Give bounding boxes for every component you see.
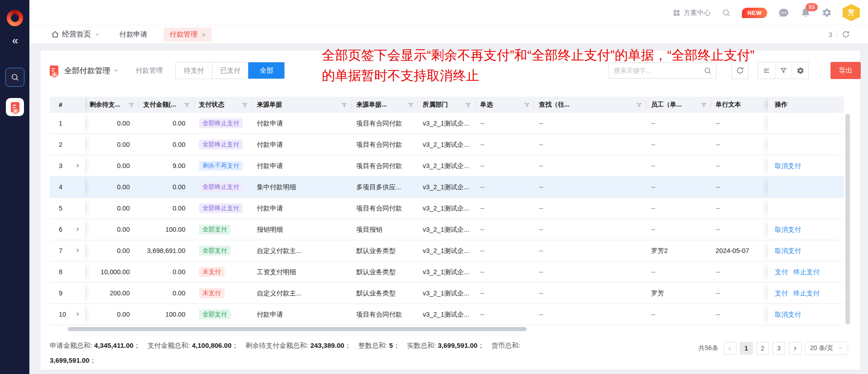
filter-funnel-icon[interactable] <box>465 102 471 108</box>
expand-row-icon[interactable] <box>75 227 80 232</box>
column-header-3[interactable]: 支付状态 <box>194 97 252 113</box>
gear-icon[interactable] <box>822 8 832 18</box>
action-link-支付[interactable]: 支付 <box>775 289 788 298</box>
filter-funnel-icon[interactable] <box>128 102 134 108</box>
row-number: 6 <box>59 226 62 233</box>
cell-value: -- <box>651 205 656 212</box>
column-header-1[interactable]: 剩余待支... <box>85 97 139 113</box>
column-label: 单选 <box>480 101 493 109</box>
expand-row-icon[interactable] <box>75 248 80 253</box>
page-button-2[interactable]: 2 <box>756 342 769 355</box>
row-density-button[interactable] <box>758 62 775 79</box>
vertical-scrollbar[interactable] <box>845 114 850 324</box>
summary-value: 3,699,591.00 <box>50 356 90 364</box>
department-cell: v3_2_1测试企... <box>418 219 476 240</box>
column-header-4[interactable]: 来源单据 <box>252 97 352 113</box>
next-page-button[interactable] <box>789 342 802 355</box>
page-button-3[interactable]: 3 <box>773 342 785 355</box>
filter-button[interactable] <box>775 62 792 79</box>
tab-business-home[interactable]: 经营首页 <box>51 30 100 39</box>
search-icon[interactable] <box>722 8 731 18</box>
cell-value: 0.00 <box>173 141 185 148</box>
table-row[interactable]: 20.000.00全部终止支付付款申请项目有合同付款v3_2_1测试企...--… <box>50 134 844 155</box>
table-row[interactable]: 50.000.00全部终止支付付款申请项目有合同付款v3_2_1测试企...--… <box>50 198 844 219</box>
filter-segment-待支付[interactable]: 待支付 <box>176 62 212 79</box>
notifications-button[interactable]: 93 <box>800 7 811 18</box>
cell-value: -- <box>539 268 543 276</box>
filter-funnel-icon[interactable] <box>408 102 414 108</box>
cell-value: -- <box>716 141 720 148</box>
secondary-title[interactable]: 付款管理 <box>136 66 163 75</box>
cell-value: 罗芳2 <box>651 247 668 255</box>
table-row[interactable]: 60.00100.00全部支付报销明细项目报销v3_2_1测试企...-----… <box>50 219 844 240</box>
employee-cell: 罗芳2 <box>646 240 711 261</box>
filter-funnel-icon[interactable] <box>524 102 530 108</box>
table-row[interactable]: 10.000.00全部终止支付付款申请项目有合同付款v3_2_1测试企...--… <box>50 113 844 134</box>
chevron-down-icon[interactable] <box>113 67 119 74</box>
search-icon[interactable] <box>703 66 712 77</box>
table-row[interactable]: 100.00100.00全部支付付款申请项目有合同付款v3_2_1测试企...-… <box>50 304 844 325</box>
filter-funnel-icon[interactable] <box>242 102 248 108</box>
refresh-icon[interactable] <box>842 30 850 38</box>
expand-row-icon[interactable] <box>75 163 80 168</box>
table-row[interactable]: 810,000.000.00未支付工资支付明细默认业务类型v3_2_1测试企..… <box>50 262 844 283</box>
prev-page-button[interactable] <box>724 342 736 355</box>
sidebar-item-payment-app[interactable]: ¥ <box>6 98 24 116</box>
cell-value: 3,698,691.00 <box>147 247 185 254</box>
close-icon[interactable]: × <box>202 31 206 38</box>
row-number: 9 <box>59 290 62 297</box>
page-button-1[interactable]: 1 <box>740 342 753 355</box>
status-badge: 全部支付 <box>199 309 231 319</box>
action-link-终止支付[interactable]: 终止支付 <box>793 289 820 298</box>
action-link-取消支付[interactable]: 取消支付 <box>775 310 801 319</box>
action-link-取消支付[interactable]: 取消支付 <box>775 247 801 255</box>
filter-segment-全部[interactable]: 全部 <box>248 62 284 79</box>
action-link-终止支付[interactable]: 终止支付 <box>793 268 820 276</box>
new-badge[interactable]: NEW <box>742 8 767 18</box>
column-header-5[interactable]: 来源单据... <box>352 97 418 113</box>
column-header-2[interactable]: 支付金额(... <box>139 97 194 113</box>
page-size-select[interactable]: 20 条/页 <box>805 341 848 355</box>
table-row[interactable]: 9200.000.00未支付自定义付款主...默认业务类型v3_2_1测试企..… <box>50 283 844 304</box>
collapse-sidebar-icon[interactable]: « <box>0 34 29 47</box>
expand-row-icon[interactable] <box>75 312 80 317</box>
filter-funnel-icon[interactable] <box>636 102 642 108</box>
search-input[interactable] <box>609 63 716 78</box>
filter-segment-已支付[interactable]: 已支付 <box>212 62 248 79</box>
column-settings-button[interactable] <box>792 62 808 79</box>
lookup-cell: -- <box>534 262 646 282</box>
payment-status-cell: 未支付 <box>194 262 252 282</box>
column-header-6[interactable]: 所属部门 <box>418 97 476 113</box>
tab-payment-management[interactable]: 付款管理 × <box>164 28 212 42</box>
filter-funnel-icon[interactable] <box>184 102 190 108</box>
lookup-cell: -- <box>534 177 646 197</box>
cell-value: 0.00 <box>173 183 185 191</box>
summary-value: 5 <box>389 341 393 349</box>
action-link-支付[interactable]: 支付 <box>775 268 788 276</box>
table-row[interactable]: 40.000.00全部终止支付集中付款明细多项目多供应...v3_2_1测试企.… <box>50 177 844 198</box>
filter-funnel-icon[interactable] <box>341 102 347 108</box>
action-link-取消支付[interactable]: 取消支付 <box>775 225 801 234</box>
refresh-button[interactable] <box>731 62 749 79</box>
user-avatar[interactable]: 芳 <box>843 4 860 21</box>
column-header-8[interactable]: 查找（往... <box>534 97 646 113</box>
column-header-7[interactable]: 单选 <box>476 97 534 113</box>
grid-icon <box>673 9 680 17</box>
sidebar-search-button[interactable] <box>5 68 24 87</box>
horizontal-scrollbar[interactable] <box>68 327 527 331</box>
export-button[interactable]: 导出 <box>830 62 861 79</box>
single-select-cell: -- <box>476 304 534 325</box>
filter-funnel-icon[interactable] <box>701 102 707 108</box>
payment-status-cell: 全部支付 <box>194 240 252 261</box>
view-title[interactable]: 全部付款管理 <box>64 65 110 76</box>
action-link-取消支付[interactable]: 取消支付 <box>775 162 801 170</box>
cell-value: -- <box>480 290 485 297</box>
cell-value: -- <box>480 205 485 212</box>
tab-payment-request[interactable]: 付款申请 <box>119 30 147 39</box>
column-header-9[interactable]: 员工（单... <box>646 97 711 113</box>
solution-center-link[interactable]: 方案中心 <box>673 9 711 17</box>
table-row[interactable]: 30.009.00剩余不再支付付款申请项目有合同付款v3_2_1测试企...--… <box>50 155 844 177</box>
chat-icon[interactable] <box>778 7 789 19</box>
app-logo-icon[interactable] <box>7 10 23 26</box>
table-row[interactable]: 70.003,698,691.00全部支付自定义付款主...默认业务类型v3_2… <box>50 240 844 262</box>
